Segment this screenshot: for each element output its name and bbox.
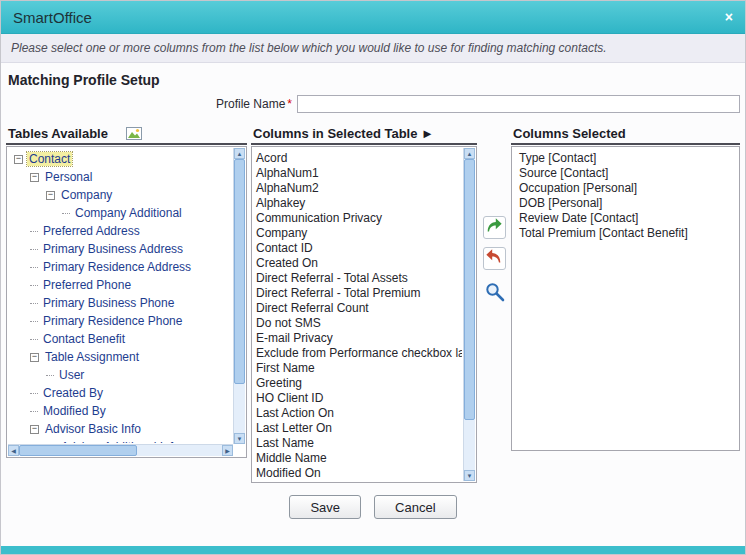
column-item[interactable]: Modified On bbox=[253, 466, 462, 481]
tree-item[interactable]: Created By bbox=[8, 384, 232, 402]
tree-item[interactable]: Advisor Additional Info bbox=[8, 438, 232, 443]
column-item[interactable]: First Name bbox=[253, 361, 462, 376]
tree-item[interactable]: Preferred Phone bbox=[8, 276, 232, 294]
scroll-up-icon[interactable]: ▲ bbox=[464, 148, 475, 159]
tree-expander-icon[interactable] bbox=[30, 249, 38, 250]
tree-expander-icon[interactable] bbox=[30, 285, 38, 286]
columns-listbox: Acord AlphaNum1 AlphaNum2 Alphakey Commu… bbox=[251, 146, 477, 483]
tree-item-label: Company Additional bbox=[73, 206, 184, 220]
close-icon[interactable]: × bbox=[725, 9, 733, 25]
column-item[interactable]: Direct Referral Count bbox=[253, 301, 462, 316]
scrollbar-track[interactable] bbox=[234, 159, 245, 433]
tree-expander-icon[interactable] bbox=[30, 425, 39, 434]
titlebar: SmartOffice × bbox=[1, 1, 745, 34]
scroll-down-icon[interactable]: ▼ bbox=[234, 433, 245, 444]
tree-expander-icon[interactable] bbox=[46, 443, 55, 444]
tree-item[interactable]: User bbox=[8, 366, 232, 384]
search-button[interactable] bbox=[483, 281, 506, 304]
tree-item-label: Advisor Basic Info bbox=[43, 422, 143, 436]
cancel-button[interactable]: Cancel bbox=[374, 495, 456, 519]
tree-expander-icon[interactable] bbox=[46, 191, 55, 200]
selected-column-item[interactable]: Total Premium [Contact Benefit] bbox=[516, 226, 735, 241]
tree-expander-icon[interactable] bbox=[62, 213, 70, 214]
scrollbar-track[interactable] bbox=[464, 159, 475, 470]
tree-item[interactable]: Company Additional bbox=[8, 204, 232, 222]
column-item[interactable]: Acord bbox=[253, 151, 462, 166]
image-icon[interactable] bbox=[126, 127, 142, 140]
scrollbar-track[interactable] bbox=[19, 445, 222, 456]
tree-item[interactable]: Primary Business Address bbox=[8, 240, 232, 258]
tree-expander-icon[interactable] bbox=[30, 339, 38, 340]
scroll-down-icon[interactable]: ▼ bbox=[464, 470, 475, 481]
column-item[interactable]: Created On bbox=[253, 256, 462, 271]
columns-list: Acord AlphaNum1 AlphaNum2 Alphakey Commu… bbox=[253, 148, 462, 481]
scroll-left-icon[interactable]: ◀ bbox=[8, 445, 19, 456]
column-item[interactable]: HO Client ID bbox=[253, 391, 462, 406]
tree-item[interactable]: Primary Residence Address bbox=[8, 258, 232, 276]
tree-item[interactable]: Personal bbox=[8, 168, 232, 186]
column-item[interactable]: Contact ID bbox=[253, 241, 462, 256]
column-item[interactable]: E-mail Privacy bbox=[253, 331, 462, 346]
horizontal-scrollbar[interactable]: ◀ ▶ bbox=[8, 444, 233, 456]
selected-column-item[interactable]: Review Date [Contact] bbox=[516, 211, 735, 226]
scrollbar-thumb[interactable] bbox=[234, 159, 245, 384]
scrollbar-thumb[interactable] bbox=[464, 159, 475, 420]
selected-column-item[interactable]: Type [Contact] bbox=[516, 151, 735, 166]
column-item[interactable]: Greeting bbox=[253, 376, 462, 391]
tree-item[interactable]: Primary Residence Phone bbox=[8, 312, 232, 330]
column-item[interactable]: Middle Name bbox=[253, 451, 462, 466]
tree-expander-icon[interactable] bbox=[30, 353, 39, 362]
tree-expander-icon[interactable] bbox=[30, 321, 38, 322]
add-column-button[interactable] bbox=[483, 216, 506, 239]
tree-expander-icon[interactable] bbox=[30, 231, 38, 232]
column-item[interactable]: Do not SMS bbox=[253, 316, 462, 331]
column-item[interactable]: AlphaNum2 bbox=[253, 181, 462, 196]
tree-item-label: Table Assignment bbox=[43, 350, 141, 364]
column-item[interactable]: Last Action On bbox=[253, 406, 462, 421]
scroll-up-icon[interactable]: ▲ bbox=[234, 148, 245, 159]
window-title: SmartOffice bbox=[13, 9, 92, 26]
remove-column-button[interactable] bbox=[483, 247, 506, 270]
column-item[interactable]: Communication Privacy bbox=[253, 211, 462, 226]
tree-expander-icon[interactable] bbox=[30, 393, 38, 394]
selected-column-item[interactable]: Occupation [Personal] bbox=[516, 181, 735, 196]
selected-column-item[interactable]: Source [Contact] bbox=[516, 166, 735, 181]
tables-available-panel: Tables Available Contact bbox=[6, 126, 247, 458]
selected-columns-list: Type [Contact] Source [Contact] Occupati… bbox=[512, 147, 739, 245]
column-item[interactable]: Exclude from Performance checkbox last r bbox=[253, 346, 462, 361]
column-item[interactable]: AlphaNum1 bbox=[253, 166, 462, 181]
column-item[interactable]: Direct Referral - Total Assets bbox=[253, 271, 462, 286]
tree-expander-icon[interactable] bbox=[30, 173, 39, 182]
column-item[interactable]: Direct Referral - Total Premium bbox=[253, 286, 462, 301]
tree-item[interactable]: Preferred Address bbox=[8, 222, 232, 240]
column-item[interactable]: Last Name bbox=[253, 436, 462, 451]
vertical-scrollbar[interactable]: ▲ ▼ bbox=[233, 148, 245, 444]
tree-item[interactable]: Primary Business Phone bbox=[8, 294, 232, 312]
profile-name-input[interactable] bbox=[297, 95, 740, 113]
magnifier-icon bbox=[484, 281, 505, 305]
tables-available-header: Tables Available bbox=[6, 126, 247, 145]
scrollbar-thumb[interactable] bbox=[19, 445, 137, 456]
tree-item[interactable]: Advisor Basic Info bbox=[8, 420, 232, 438]
column-item[interactable]: Last Letter On bbox=[253, 421, 462, 436]
tree-item[interactable]: Table Assignment bbox=[8, 348, 232, 366]
column-item[interactable]: Company bbox=[253, 226, 462, 241]
tree-expander-icon[interactable] bbox=[30, 267, 38, 268]
columns-in-table-panel: Columns in Selected Table ► Acord AlphaN… bbox=[251, 126, 477, 483]
tree-expander-icon[interactable] bbox=[46, 375, 54, 376]
tree-item[interactable]: Contact bbox=[8, 150, 232, 168]
save-button[interactable]: Save bbox=[289, 495, 361, 519]
column-item[interactable]: Alphakey bbox=[253, 196, 462, 211]
scroll-right-icon[interactable]: ▶ bbox=[222, 445, 233, 456]
vertical-scrollbar[interactable]: ▲ ▼ bbox=[463, 148, 475, 481]
tree-item[interactable]: Modified By bbox=[8, 402, 232, 420]
tree-expander-icon[interactable] bbox=[30, 411, 38, 412]
tree-item-label: Personal bbox=[43, 170, 94, 184]
tree-item-label: Advisor Additional Info bbox=[59, 440, 182, 443]
selected-column-item[interactable]: DOB [Personal] bbox=[516, 196, 735, 211]
tree-item[interactable]: Contact Benefit bbox=[8, 330, 232, 348]
tree-item[interactable]: Company bbox=[8, 186, 232, 204]
profile-name-label: Profile Name* bbox=[6, 97, 292, 111]
tree-expander-icon[interactable] bbox=[14, 155, 23, 164]
tree-expander-icon[interactable] bbox=[30, 303, 38, 304]
